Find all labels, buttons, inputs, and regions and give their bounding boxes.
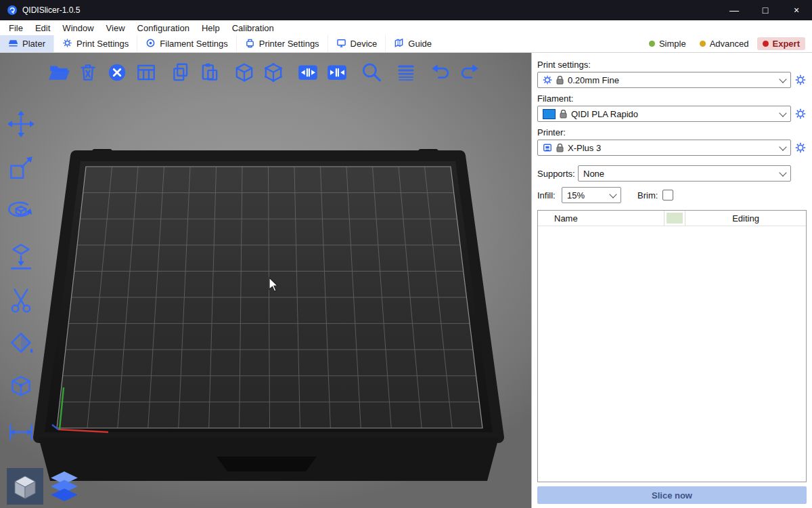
redo-icon[interactable] [458, 61, 481, 84]
mode-label: Advanced [710, 39, 749, 49]
window-controls: — □ × [719, 0, 812, 20]
tab-filament-settings[interactable]: Filament Settings [137, 35, 236, 52]
rotate-icon[interactable] [5, 196, 37, 228]
object-list-body[interactable] [538, 226, 806, 482]
column-extruder[interactable] [664, 211, 685, 226]
brim-checkbox[interactable] [662, 190, 673, 200]
app-window: QIDISlicer-1.0.5 — □ × File Edit Window … [0, 0, 812, 508]
split-objects-icon[interactable] [296, 61, 319, 84]
mode-advanced[interactable]: Advanced [694, 37, 754, 50]
chevron-down-icon [779, 143, 786, 150]
lock-icon [556, 76, 564, 85]
mode-switcher: Simple Advanced Expert [644, 35, 812, 52]
edit-printer-gear-icon[interactable] [794, 142, 807, 153]
delete-all-icon[interactable] [106, 61, 129, 84]
copy-icon[interactable] [169, 61, 192, 84]
tab-printer-settings[interactable]: Printer Settings [237, 35, 328, 52]
menu-view[interactable]: View [100, 23, 131, 33]
minimize-button[interactable]: — [719, 0, 750, 20]
printer-value: X-Plus 3 [568, 143, 776, 153]
maximize-button[interactable]: □ [750, 0, 781, 20]
undo-icon[interactable] [429, 61, 452, 84]
infill-label: Infill: [537, 190, 562, 200]
move-icon[interactable] [5, 108, 37, 140]
view-switch [7, 468, 83, 505]
plater-icon [8, 38, 18, 50]
filament-value: QIDI PLA Rapido [571, 109, 776, 119]
menu-calibration[interactable]: Calibration [226, 23, 280, 33]
supports-value: None [583, 169, 776, 179]
viewport-3d[interactable] [0, 53, 531, 508]
advanced-dot-icon [700, 41, 706, 47]
mode-expert[interactable]: Expert [757, 37, 805, 50]
device-icon [336, 38, 346, 50]
delete-icon[interactable] [76, 61, 99, 84]
titlebar: QIDISlicer-1.0.5 — □ × [0, 0, 812, 20]
seam-icon[interactable] [5, 373, 37, 404]
variable-layer-height-icon[interactable] [394, 61, 418, 84]
tab-label: Plater [22, 39, 45, 49]
filament-combo[interactable]: QIDI PLA Rapido [537, 106, 791, 122]
lock-icon [560, 110, 567, 119]
filament-label: Filament: [537, 93, 807, 104]
supports-combo[interactable]: None [578, 165, 791, 182]
paste-icon[interactable] [198, 61, 221, 84]
brim-label: Brim: [637, 190, 658, 200]
tab-label: Guide [408, 39, 432, 49]
preset-gear-icon [543, 75, 552, 85]
top-toolbar [47, 61, 487, 84]
tab-plater[interactable]: Plater [0, 35, 54, 52]
settings-sidebar: Print settings: 0.20mm Fine Filament: QI… [531, 53, 812, 508]
column-editing[interactable]: Editing [685, 211, 806, 226]
slice-now-button[interactable]: Slice now [537, 486, 807, 504]
extruder-swatch [667, 213, 683, 224]
menu-edit[interactable]: Edit [29, 23, 56, 33]
chevron-down-icon [779, 169, 786, 176]
mode-label: Simple [659, 39, 686, 49]
column-name[interactable]: Name [538, 211, 664, 226]
edit-print-settings-gear-icon[interactable] [794, 75, 807, 85]
view-3d-editor-button[interactable] [7, 468, 43, 505]
view-preview-button[interactable] [46, 468, 83, 505]
menu-configuration[interactable]: Configuration [131, 23, 196, 33]
paint-supports-icon[interactable] [5, 329, 37, 360]
tab-device[interactable]: Device [328, 35, 386, 52]
tab-label: Print Settings [76, 39, 129, 49]
object-list[interactable]: Name Editing [537, 210, 807, 482]
mode-label: Expert [773, 39, 800, 49]
arrange-icon[interactable] [135, 61, 158, 84]
filament-settings-icon [145, 38, 156, 50]
print-settings-icon [62, 38, 72, 50]
measure-icon[interactable] [5, 417, 37, 448]
filament-color-swatch [543, 109, 556, 119]
left-toolbar [5, 108, 37, 461]
menu-help[interactable]: Help [196, 23, 226, 33]
scale-icon[interactable] [5, 152, 37, 184]
split-parts-icon[interactable] [325, 61, 348, 84]
infill-combo[interactable]: 15% [562, 187, 621, 203]
print-bed [39, 149, 499, 481]
supports-label: Supports: [537, 169, 578, 179]
close-button[interactable]: × [781, 0, 812, 20]
chevron-down-icon [779, 109, 786, 117]
mode-simple[interactable]: Simple [644, 37, 692, 50]
printer-combo[interactable]: X-Plus 3 [537, 140, 791, 156]
cut-icon[interactable] [5, 284, 37, 316]
open-folder-icon[interactable] [47, 61, 70, 84]
menu-file[interactable]: File [3, 23, 29, 33]
print-settings-value: 0.20mm Fine [568, 75, 776, 85]
place-on-face-icon[interactable] [5, 240, 37, 272]
chevron-down-icon [609, 190, 616, 198]
menu-window[interactable]: Window [56, 23, 99, 33]
printer-label: Printer: [537, 127, 807, 137]
remove-instance-icon[interactable] [262, 61, 285, 84]
tab-print-settings[interactable]: Print Settings [54, 35, 137, 52]
edit-filament-gear-icon[interactable] [794, 108, 807, 119]
tab-guide[interactable]: Guide [386, 35, 440, 52]
search-icon[interactable] [360, 61, 383, 84]
add-instance-icon[interactable] [233, 61, 256, 84]
print-settings-combo[interactable]: 0.20mm Fine [537, 72, 791, 88]
infill-value: 15% [567, 190, 606, 200]
print-bed-canvas[interactable] [0, 53, 531, 508]
print-settings-label: Print settings: [537, 60, 807, 70]
